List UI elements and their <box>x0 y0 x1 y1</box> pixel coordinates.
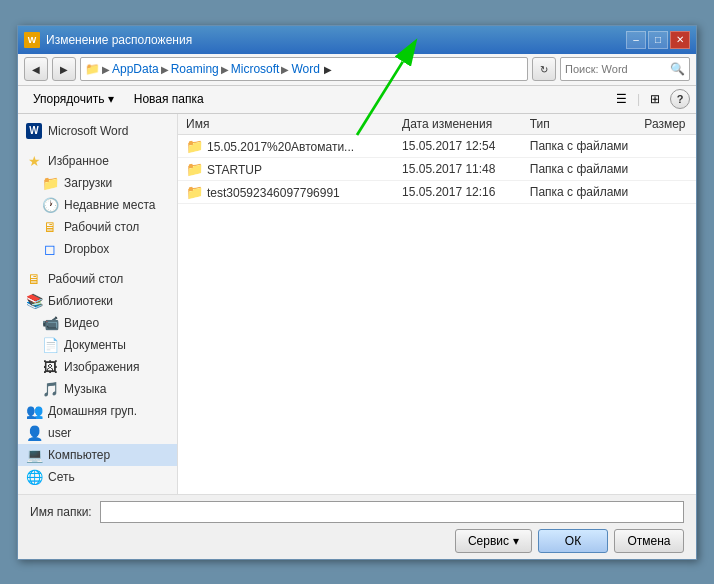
file-size-cell <box>636 180 696 203</box>
word-icon: W <box>26 123 42 139</box>
forward-button[interactable]: ▶ <box>52 57 76 81</box>
back-button[interactable]: ◀ <box>24 57 48 81</box>
column-header-date[interactable]: Дата изменения <box>394 114 522 135</box>
cancel-button[interactable]: Отмена <box>614 529 684 553</box>
search-box[interactable]: 🔍 <box>560 57 690 81</box>
ok-button[interactable]: ОК <box>538 529 608 553</box>
file-table: Имя Дата изменения Тип Размер 📁15.05.201… <box>178 114 696 204</box>
breadcrumb-microsoft[interactable]: Microsoft <box>231 62 280 76</box>
file-date-cell: 15.05.2017 11:48 <box>394 157 522 180</box>
favorites-icon: ★ <box>26 153 42 169</box>
sidebar-item-label-dropbox: Dropbox <box>64 242 109 256</box>
table-row[interactable]: 📁15.05.2017%20Автомати... 15.05.2017 12:… <box>178 134 696 157</box>
sidebar-item-label-favorites: Избранное <box>48 154 109 168</box>
homegroup-icon: 👥 <box>26 403 42 419</box>
sidebar-item-label-video: Видео <box>64 316 99 330</box>
file-size-cell <box>636 134 696 157</box>
sidebar-item-images[interactable]: 🖼 Изображения <box>18 356 177 378</box>
sidebar-item-microsoft-word[interactable]: W Microsoft Word <box>18 120 177 142</box>
close-button[interactable]: ✕ <box>670 31 690 49</box>
view-button[interactable]: ☰ <box>611 89 633 109</box>
sidebar-item-computer[interactable]: 💻 Компьютер <box>18 444 177 466</box>
sidebar-item-network[interactable]: 🌐 Сеть <box>18 466 177 488</box>
toolbar-left-buttons: Упорядочить ▾ Новая папка <box>24 89 213 109</box>
minimize-button[interactable]: – <box>626 31 646 49</box>
new-folder-button[interactable]: Новая папка <box>125 89 213 109</box>
sidebar-item-label-user: user <box>48 426 71 440</box>
sidebar-item-documents[interactable]: 📄 Документы <box>18 334 177 356</box>
service-button[interactable]: Сервис ▾ <box>455 529 532 553</box>
file-type-cell: Папка с файлами <box>522 134 637 157</box>
file-name-cell: 📁STARTUP <box>178 157 394 180</box>
window-icon: W <box>24 32 40 48</box>
sidebar-item-label-network: Сеть <box>48 470 75 484</box>
button-row: Сервис ▾ ОК Отмена <box>30 529 684 553</box>
breadcrumb-dropdown-arrow[interactable]: ▶ <box>322 64 334 75</box>
sidebar-item-desktop[interactable]: 🖥 Рабочий стол <box>18 268 177 290</box>
breadcrumb-appdata[interactable]: AppData <box>112 62 159 76</box>
address-toolbar: ◀ ▶ 📁 ▶ AppData ▶ Roaming ▶ Microsoft ▶ … <box>18 54 696 86</box>
folder-icon: 📁 <box>186 138 203 154</box>
sidebar-item-ch21[interactable]: 💻 СН-21 <box>18 488 177 494</box>
sidebar-item-downloads[interactable]: 📁 Загрузки <box>18 172 177 194</box>
sidebar-divider-1 <box>18 142 177 150</box>
main-content: W Microsoft Word ★ Избранное 📁 Загрузки … <box>18 114 696 494</box>
column-header-size[interactable]: Размер <box>636 114 696 135</box>
dropbox-icon: ◻ <box>42 241 58 257</box>
file-name-cell: 📁15.05.2017%20Автомати... <box>178 134 394 157</box>
column-header-type[interactable]: Тип <box>522 114 637 135</box>
refresh-button[interactable]: ↻ <box>532 57 556 81</box>
network-icon: 🌐 <box>26 469 42 485</box>
folder-name-input[interactable] <box>100 501 684 523</box>
search-input[interactable] <box>565 63 670 75</box>
file-list: Имя Дата изменения Тип Размер 📁15.05.201… <box>178 114 696 494</box>
images-icon: 🖼 <box>42 359 58 375</box>
sidebar-item-label-recent: Недавние места <box>64 198 155 212</box>
sidebar-item-label-desktop-fav: Рабочий стол <box>64 220 139 234</box>
service-label: Сервис <box>468 534 509 548</box>
sidebar-item-video[interactable]: 📹 Видео <box>18 312 177 334</box>
sidebar-divider-2 <box>18 260 177 268</box>
file-date-cell: 15.05.2017 12:16 <box>394 180 522 203</box>
help-button[interactable]: ? <box>670 89 690 109</box>
bottom-bar: Имя папки: Сервис ▾ ОК Отмена <box>18 494 696 559</box>
table-row[interactable]: 📁test30592346097796991 15.05.2017 12:16 … <box>178 180 696 203</box>
breadcrumb-roaming[interactable]: Roaming <box>171 62 219 76</box>
secondary-toolbar: Упорядочить ▾ Новая папка ☰ | ⊞ ? <box>18 86 696 114</box>
sidebar-item-dropbox[interactable]: ◻ Dropbox <box>18 238 177 260</box>
column-header-name[interactable]: Имя <box>178 114 394 135</box>
sidebar-item-recent[interactable]: 🕐 Недавние места <box>18 194 177 216</box>
breadcrumb-word[interactable]: Word <box>291 62 319 76</box>
sidebar-item-music[interactable]: 🎵 Музыка <box>18 378 177 400</box>
maximize-button[interactable]: □ <box>648 31 668 49</box>
sidebar: W Microsoft Word ★ Избранное 📁 Загрузки … <box>18 114 178 494</box>
sidebar-item-homegroup[interactable]: 👥 Домашняя груп. <box>18 400 177 422</box>
sidebar-item-user[interactable]: 👤 user <box>18 422 177 444</box>
desktop-icon: 🖥 <box>26 271 42 287</box>
breadcrumb-bar: 📁 ▶ AppData ▶ Roaming ▶ Microsoft ▶ Word… <box>80 57 528 81</box>
music-icon: 🎵 <box>42 381 58 397</box>
sidebar-item-label-music: Музыка <box>64 382 106 396</box>
folder-icon: 📁 <box>186 161 203 177</box>
downloads-icon: 📁 <box>42 175 58 191</box>
sidebar-item-favorites[interactable]: ★ Избранное <box>18 150 177 172</box>
desktop-fav-icon: 🖥 <box>42 219 58 235</box>
view-details-button[interactable]: ⊞ <box>644 89 666 109</box>
sidebar-item-label-homegroup: Домашняя груп. <box>48 404 137 418</box>
search-icon: 🔍 <box>670 62 685 76</box>
folder-icon: 📁 <box>186 184 203 200</box>
table-row[interactable]: 📁STARTUP 15.05.2017 11:48 Папка с файлам… <box>178 157 696 180</box>
user-icon: 👤 <box>26 425 42 441</box>
organize-button[interactable]: Упорядочить ▾ <box>24 89 123 109</box>
file-type-cell: Папка с файлами <box>522 180 637 203</box>
file-date-cell: 15.05.2017 12:54 <box>394 134 522 157</box>
toolbar-right-buttons: ☰ | ⊞ ? <box>611 89 690 109</box>
sidebar-item-label-libraries: Библиотеки <box>48 294 113 308</box>
recent-icon: 🕐 <box>42 197 58 213</box>
title-controls: – □ ✕ <box>626 31 690 49</box>
sidebar-item-label-documents: Документы <box>64 338 126 352</box>
sidebar-item-desktop-fav[interactable]: 🖥 Рабочий стол <box>18 216 177 238</box>
file-table-header: Имя Дата изменения Тип Размер <box>178 114 696 135</box>
file-table-body: 📁15.05.2017%20Автомати... 15.05.2017 12:… <box>178 134 696 203</box>
sidebar-item-libraries[interactable]: 📚 Библиотеки <box>18 290 177 312</box>
